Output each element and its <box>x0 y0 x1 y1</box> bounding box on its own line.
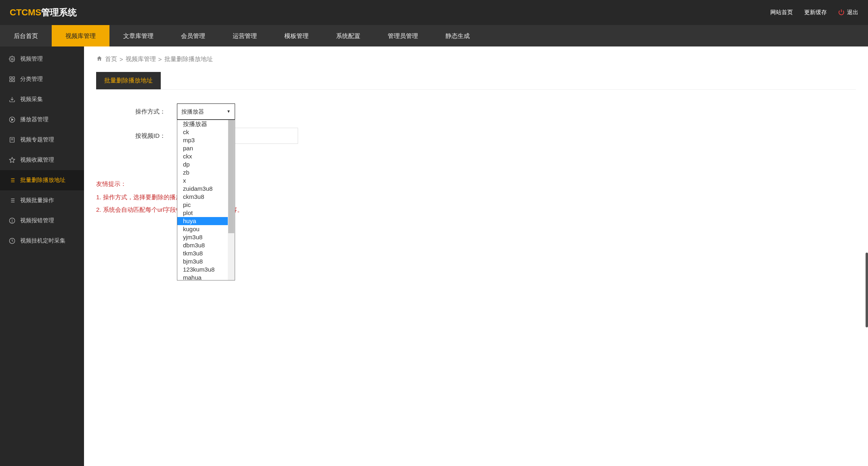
top-nav: 后台首页 视频库管理 文章库管理 会员管理 运营管理 模板管理 系统配置 管理员… <box>0 25 868 46</box>
dropdown-scrollbar[interactable] <box>228 120 235 280</box>
scrollbar-thumb[interactable] <box>228 120 234 233</box>
sidebar: 视频管理 分类管理 视频采集 播放器管理 视频专题管理 视频收藏管理 批量删除播… <box>0 46 84 466</box>
dropdown-option[interactable]: tkm3u8 <box>177 249 228 257</box>
top-nav-home[interactable]: 后台首页 <box>0 25 52 46</box>
top-nav-operation[interactable]: 运营管理 <box>219 25 271 46</box>
top-nav-member[interactable]: 会员管理 <box>167 25 219 46</box>
tips-line-2-prefix: 2. 系统会自动匹配每个url字段中间 <box>96 206 188 213</box>
sidebar-item-label: 视频批量操作 <box>20 197 54 204</box>
method-label: 操作方式： <box>96 108 177 116</box>
top-nav-template[interactable]: 模板管理 <box>271 25 322 46</box>
logout-label: 退出 <box>847 9 858 16</box>
svg-marker-11 <box>9 157 15 162</box>
site-home-link[interactable]: 网站首页 <box>770 9 793 16</box>
sidebar-item-label: 播放器管理 <box>20 116 48 123</box>
method-selected-value: 按播放器 <box>181 104 204 119</box>
dropdown-option[interactable]: bjm3u8 <box>177 257 228 266</box>
sidebar-item-label: 视频专题管理 <box>20 136 54 143</box>
svg-rect-2 <box>13 77 15 79</box>
sidebar-item-collect[interactable]: 视频采集 <box>0 89 84 110</box>
dropdown-option[interactable]: kugou <box>177 225 228 233</box>
home-icon <box>96 55 103 63</box>
dropdown-option[interactable]: x <box>177 177 228 185</box>
sidebar-item-category[interactable]: 分类管理 <box>0 69 84 89</box>
top-nav-article[interactable]: 文章库管理 <box>109 25 167 46</box>
method-select[interactable]: 按播放器 ▼ <box>177 103 235 120</box>
breadcrumb: 首页 > 视频库管理 > 批量删除播放地址 <box>96 55 856 63</box>
dropdown-option[interactable]: pic <box>177 201 228 209</box>
dropdown-option[interactable]: 按播放器 <box>177 120 228 128</box>
dropdown-option[interactable]: ck <box>177 128 228 136</box>
sidebar-item-label: 视频收藏管理 <box>20 156 54 164</box>
grid-icon <box>9 76 15 82</box>
note-icon <box>9 137 15 143</box>
svg-marker-7 <box>12 118 13 120</box>
svg-rect-1 <box>10 77 12 79</box>
clock-icon <box>9 238 15 244</box>
sidebar-item-label: 视频报错管理 <box>20 217 54 224</box>
method-select-wrap: 按播放器 ▼ 按播放器ckmp3panckxdpzbxzuidam3u8ckm3… <box>177 103 235 120</box>
dropdown-option[interactable]: dbm3u8 <box>177 241 228 249</box>
breadcrumb-page: 批量删除播放地址 <box>164 55 213 63</box>
sidebar-item-topic[interactable]: 视频专题管理 <box>0 130 84 150</box>
dropdown-list: 按播放器ckmp3panckxdpzbxzuidam3u8ckm3u8picpl… <box>177 120 228 280</box>
header-bar: CTCMS管理系统 网站首页 更新缓存 退出 <box>0 0 868 25</box>
layout: 视频管理 分类管理 视频采集 播放器管理 视频专题管理 视频收藏管理 批量删除播… <box>0 46 868 466</box>
dropdown-option[interactable]: plot <box>177 209 228 217</box>
download-icon <box>9 96 15 103</box>
sidebar-item-cron[interactable]: 视频挂机定时采集 <box>0 231 84 251</box>
dropdown-option[interactable]: mp3 <box>177 136 228 144</box>
refresh-cache-link[interactable]: 更新缓存 <box>804 9 827 16</box>
sidebar-item-label: 视频采集 <box>20 96 43 103</box>
sidebar-item-video-manage[interactable]: 视频管理 <box>0 49 84 69</box>
sidebar-item-batch-op[interactable]: 视频批量操作 <box>0 190 84 211</box>
play-icon <box>9 116 15 123</box>
chevron-down-icon: ▼ <box>227 104 231 119</box>
top-nav-admin[interactable]: 管理员管理 <box>374 25 432 46</box>
sidebar-item-player[interactable]: 播放器管理 <box>0 110 84 130</box>
svg-point-26 <box>12 222 12 222</box>
sidebar-item-label: 批量删除播放地址 <box>20 177 65 184</box>
logout-button[interactable]: 退出 <box>838 9 858 17</box>
sidebar-item-label: 分类管理 <box>20 76 43 83</box>
sidebar-item-favorite[interactable]: 视频收藏管理 <box>0 150 84 170</box>
dropdown-option[interactable]: zb <box>177 169 228 177</box>
breadcrumb-home[interactable]: 首页 <box>105 55 117 63</box>
sidebar-item-batch-delete-url[interactable]: 批量删除播放地址 <box>0 170 84 190</box>
top-nav-static[interactable]: 静态生成 <box>432 25 483 46</box>
top-nav-system[interactable]: 系统配置 <box>322 25 374 46</box>
logo-suffix: 管理系统 <box>41 7 77 17</box>
page-scrollbar-thumb[interactable] <box>866 253 868 327</box>
dropdown-option[interactable]: pan <box>177 144 228 152</box>
tab-batch-delete[interactable]: 批量删除播放地址 <box>96 72 161 89</box>
svg-rect-4 <box>13 80 15 82</box>
dropdown-option[interactable]: ckm3u8 <box>177 193 228 201</box>
dropdown-option[interactable]: huya <box>177 217 228 225</box>
gear-icon <box>9 56 15 62</box>
tab-bar: 批量删除播放地址 <box>96 72 856 90</box>
sidebar-item-label: 视频管理 <box>20 55 43 63</box>
sidebar-item-error[interactable]: 视频报错管理 <box>0 211 84 231</box>
top-nav-video[interactable]: 视频库管理 <box>52 25 109 46</box>
breadcrumb-section[interactable]: 视频库管理 <box>126 55 156 63</box>
star-icon <box>9 157 15 163</box>
dropdown-option[interactable]: mahua <box>177 274 228 280</box>
logo: CTCMS管理系统 <box>10 6 77 19</box>
breadcrumb-sep: > <box>120 56 123 63</box>
alert-icon <box>9 217 15 224</box>
dropdown-option[interactable]: ckx <box>177 152 228 160</box>
dropdown-option[interactable]: dp <box>177 160 228 169</box>
dropdown-option[interactable]: zuidam3u8 <box>177 185 228 193</box>
dropdown-option[interactable]: 123kum3u8 <box>177 266 228 274</box>
list-icon <box>9 197 15 204</box>
logo-brand: CTCMS <box>10 7 41 17</box>
tips-line-1-prefix: 1. 操作方式，选择要删除的播放器 <box>96 194 188 200</box>
power-icon <box>838 9 845 17</box>
dropdown-option[interactable]: yjm3u8 <box>177 233 228 241</box>
content: 首页 > 视频库管理 > 批量删除播放地址 批量删除播放地址 操作方式： 按播放… <box>84 46 868 466</box>
video-id-label: 按视频ID： <box>96 132 177 140</box>
header-right: 网站首页 更新缓存 退出 <box>770 9 858 17</box>
method-dropdown: 按播放器ckmp3panckxdpzbxzuidam3u8ckm3u8picpl… <box>177 120 235 280</box>
svg-rect-3 <box>10 80 12 82</box>
form-row-method: 操作方式： 按播放器 ▼ 按播放器ckmp3panckxdpzbxzuidam3… <box>96 103 856 120</box>
